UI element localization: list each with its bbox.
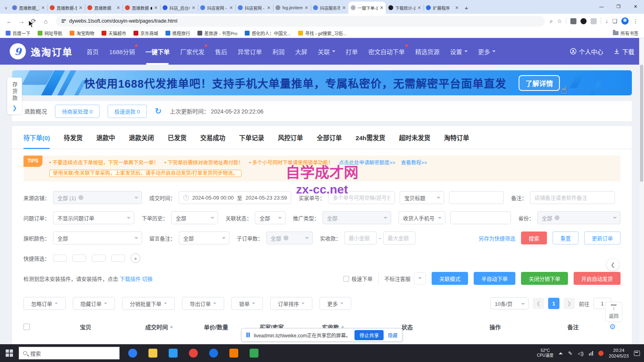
tab-close-icon[interactable]: ✕: [342, 5, 346, 11]
nav-item[interactable]: 一键下单: [145, 38, 169, 65]
nav-item[interactable]: 大屏: [295, 38, 307, 65]
home-button[interactable]: ⌂: [40, 16, 51, 26]
downloads-icon[interactable]: ↓: [605, 18, 608, 24]
switch-link[interactable]: 切换: [142, 276, 153, 282]
receiver-phone-input[interactable]: [450, 211, 511, 224]
order-status-tab[interactable]: 已发货: [168, 133, 187, 149]
cpu-temp-widget[interactable]: 52°C CPU温度: [537, 348, 553, 358]
select-all-checkbox[interactable]: [23, 324, 30, 330]
nav-item[interactable]: 设置: [450, 38, 468, 65]
bookmark-item[interactable]: 淘宝购物: [70, 30, 94, 36]
pending-merchant-button[interactable]: 待商家处理 0: [55, 105, 100, 118]
paid-max-input[interactable]: [383, 232, 415, 244]
browser-tab[interactable]: fxg.jinritem ✕: [273, 2, 311, 14]
hide-share-bar-link[interactable]: 隐藏: [388, 332, 398, 339]
page-size-select[interactable]: 10条/页: [490, 297, 529, 309]
buyer-order-input[interactable]: [328, 191, 395, 204]
fast-refund-button[interactable]: 极速退款 0: [108, 105, 147, 118]
taskbar-clock[interactable]: 20:24 2024/5/23: [609, 347, 629, 359]
column-header-price-qty[interactable]: 单价/数量: [190, 323, 242, 331]
address-bar[interactable]: dywebs.1tsoft.com/douyin-web/pages/trade…: [56, 16, 545, 27]
taskbar-app-icon[interactable]: [185, 344, 201, 362]
list-toolbar-button[interactable]: 忽略订单: [23, 297, 66, 310]
site-info-icon[interactable]: [61, 19, 66, 23]
stop-sharing-button[interactable]: 停止共享: [355, 330, 384, 340]
remark-input[interactable]: [530, 191, 615, 204]
tab-close-icon[interactable]: ✕: [455, 5, 459, 11]
bookmark-item[interactable]: 百度一下: [6, 30, 30, 36]
banner-details-button[interactable]: 了解详情 ☝: [519, 75, 560, 91]
pen-icon[interactable]: ✎: [568, 350, 572, 356]
order-status-tab[interactable]: 超时未发货: [399, 133, 430, 149]
app-logo[interactable]: 9 逸淘订单: [10, 43, 73, 59]
browser-tab[interactable]: 直播数据_三 ✕: [10, 2, 47, 14]
list-toolbar-button[interactable]: 更多: [320, 297, 351, 310]
deal-time-range-picker[interactable]: 2024-05-09 00:00 至 2024-05-23 23:59: [179, 191, 291, 204]
browser-tab[interactable]: 扩展程序 ✕: [424, 2, 461, 14]
tampermonkey-extension-icon[interactable]: [570, 18, 576, 24]
sub-order-count-select[interactable]: 全部: [266, 232, 313, 244]
nav-item[interactable]: 关联: [318, 38, 335, 65]
list-toolbar-button[interactable]: 导出订单: [182, 297, 224, 310]
relation-mode-button[interactable]: 关联模式: [432, 272, 468, 285]
relation-status-select[interactable]: 全部: [255, 211, 286, 224]
scrollbar-thumb[interactable]: [640, 65, 643, 182]
order-status-tab[interactable]: 24h需发货: [356, 133, 385, 149]
reset-button[interactable]: 重置: [553, 232, 578, 244]
user-center-link[interactable]: 个人中心: [570, 47, 603, 56]
column-header-actions[interactable]: 操作: [449, 323, 542, 331]
quick-filter-button[interactable]: [53, 255, 67, 262]
message-note-select[interactable]: 全部: [179, 232, 229, 244]
add-quick-filter-button[interactable]: +: [131, 253, 140, 263]
profile-avatar[interactable]: [621, 17, 629, 25]
bookmark-item[interactable]: 感化的人：中国文...: [245, 30, 291, 36]
flag-color-select[interactable]: 全部: [53, 232, 142, 244]
tab-search-chevron-icon[interactable]: ∨: [2, 2, 10, 14]
auto-ship-button[interactable]: 开启自动发货: [574, 272, 621, 285]
stock-funds-side-tab[interactable]: 存货款 ❯: [7, 78, 22, 114]
order-status-tab[interactable]: 淘特订单: [444, 133, 469, 149]
tab-close-icon[interactable]: ✕: [380, 5, 383, 11]
column-settings-gear-icon[interactable]: ⚙: [604, 322, 621, 331]
item-title-input[interactable]: [449, 191, 504, 204]
network-icon[interactable]: [589, 351, 593, 356]
list-toolbar-button[interactable]: 隐藏订单: [73, 297, 115, 310]
taskbar-app-icon[interactable]: [165, 344, 181, 362]
prev-page-button[interactable]: ❮: [533, 298, 544, 309]
browser-tab[interactable]: 直播数据-音 ✕: [47, 2, 85, 14]
nav-item[interactable]: 更多: [478, 38, 496, 65]
download-link[interactable]: 下载: [614, 47, 634, 56]
order-status-tab[interactable]: 风控订单: [278, 133, 303, 149]
nav-item[interactable]: 异常订单: [237, 38, 262, 65]
speed-order-checkbox[interactable]: 极速下单: [343, 275, 373, 282]
taskbar-app-icon[interactable]: [226, 344, 242, 362]
nav-item[interactable]: 利润: [272, 38, 284, 65]
order-status-tab[interactable]: 退款关闭: [129, 133, 154, 149]
column-header-remark[interactable]: 备注: [542, 323, 604, 331]
tab-close-icon[interactable]: ✕: [267, 5, 271, 11]
nav-item[interactable]: 1688分销: [109, 38, 135, 65]
bookmark-star-icon[interactable]: ☆: [557, 18, 562, 24]
refresh-icon[interactable]: ↻: [155, 106, 162, 116]
browser-tab[interactable]: 抖店官网 - | ✕: [235, 2, 273, 14]
bookmark-item[interactable]: 天猫超市: [102, 30, 126, 36]
next-page-button[interactable]: ❯: [564, 298, 575, 309]
list-toolbar-button[interactable]: 锁单: [231, 297, 263, 310]
taskbar-search-box[interactable]: 搜索: [19, 347, 120, 360]
window-close-button[interactable]: ✕: [627, 4, 644, 9]
notification-center-icon[interactable]: [634, 351, 640, 356]
taskbar-app-icon[interactable]: [246, 344, 262, 362]
service-note-select[interactable]: 不标注客服: [378, 272, 426, 284]
column-header-item[interactable]: 宝贝: [42, 323, 129, 331]
list-toolbar-button[interactable]: 分销批量下单: [122, 297, 175, 310]
browser-tab[interactable]: 抖店官网 - | ✕: [198, 2, 235, 14]
item-title-select[interactable]: 宝贝标题: [400, 191, 444, 204]
all-bookmarks-folder[interactable]: 所有书签: [613, 30, 638, 36]
tab-close-icon[interactable]: ✕: [41, 5, 45, 11]
nav-item[interactable]: 厂家代发: [180, 38, 204, 65]
column-header-deal-time[interactable]: 成交时间: [129, 323, 190, 331]
speaker-icon[interactable]: ◁): [578, 350, 583, 356]
sort-icon[interactable]: [169, 324, 174, 330]
order-status-tab[interactable]: 交易成功: [200, 133, 225, 149]
puzzle-extensions-icon[interactable]: [591, 18, 597, 24]
